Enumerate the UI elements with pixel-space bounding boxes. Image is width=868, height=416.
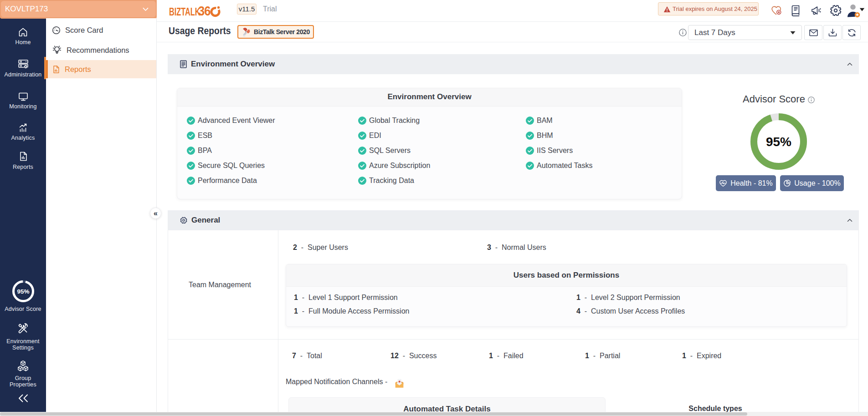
- svg-text:95%: 95%: [17, 288, 29, 295]
